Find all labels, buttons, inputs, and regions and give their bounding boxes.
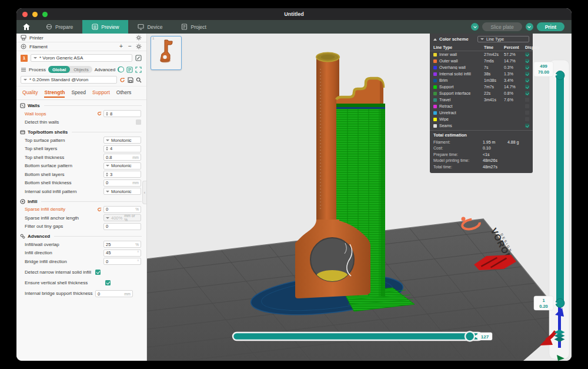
shells-icon	[20, 129, 25, 135]
detect-narrow-solid-infill-checkbox[interactable]	[95, 270, 101, 275]
tab-device[interactable]: Device	[128, 20, 172, 34]
filament-index-badge[interactable]: 1	[21, 55, 28, 62]
scope-global-button[interactable]: Global	[48, 66, 70, 73]
spinner-arrows[interactable]	[106, 112, 108, 116]
layer-range-slider[interactable]	[556, 71, 564, 308]
bottom-layer-height: 0.20	[539, 304, 548, 309]
display-checkbox[interactable]	[525, 78, 529, 82]
display-checkbox[interactable]	[525, 52, 529, 56]
ensure-vertical-shell-thickness-checkbox[interactable]	[105, 280, 111, 285]
filament-icon	[21, 44, 26, 49]
wall-loops-input[interactable]: 8	[103, 110, 141, 117]
bottom-shell-layers-input[interactable]: 3	[103, 171, 141, 178]
tab-speed[interactable]: Speed	[71, 89, 86, 98]
display-checkbox[interactable]	[525, 59, 529, 63]
top-layer-number: 499	[540, 64, 547, 69]
display-checkbox[interactable]	[525, 72, 529, 76]
display-checkbox[interactable]	[525, 91, 529, 95]
display-checkbox[interactable]	[525, 111, 529, 115]
search-preset-icon[interactable]	[136, 77, 142, 83]
display-checkbox[interactable]	[525, 124, 529, 128]
infill-wall-overlap-value: 25	[106, 242, 111, 247]
sidebar-collapse-handle[interactable]: ‹	[142, 181, 146, 204]
slice-options-button[interactable]	[471, 23, 479, 31]
top-surface-pattern-value: Monotonic	[111, 138, 132, 143]
top-shell-thickness-value: 0.8	[106, 155, 112, 160]
process-preset-select[interactable]: * 0.20mm Standard @Voron	[21, 76, 117, 84]
bridge-infill-direction-input[interactable]: 0°	[103, 258, 141, 265]
home-button[interactable]	[16, 20, 36, 34]
segment-slider[interactable]: 127	[233, 332, 492, 341]
top-shell-layers-input[interactable]: 4	[103, 145, 141, 152]
spinner-arrows[interactable]	[106, 147, 108, 151]
layers-icon	[554, 330, 565, 342]
display-checkbox[interactable]	[525, 98, 529, 102]
viewport-3d[interactable]: VORON DESIGN	[147, 34, 572, 361]
filament-select[interactable]: * Voron Generic ASA	[31, 54, 132, 62]
collapse-panel-icon[interactable]	[433, 38, 437, 41]
filter-tiny-gaps-input[interactable]: 0	[103, 223, 141, 230]
tab-support[interactable]: Support	[92, 89, 110, 98]
infill-icon	[20, 199, 25, 204]
plate-thumbnail[interactable]: 1	[151, 36, 182, 70]
slice-plate-button[interactable]: Slice plate	[482, 22, 522, 31]
internal-bridge-support-thickness-input[interactable]: 0mm	[95, 290, 133, 297]
tab-preview[interactable]: Preview	[82, 20, 128, 34]
filament-section-header[interactable]: Filament + −	[16, 42, 146, 51]
section-walls[interactable]: Walls	[16, 100, 146, 109]
expand-panel-icon[interactable]	[135, 67, 142, 73]
sparse-infill-anchor-length-select[interactable]: 400%mm or %	[103, 214, 141, 221]
top-shell-thickness-input[interactable]: 0.8mm	[103, 154, 141, 161]
internal-solid-infill-pattern-select[interactable]: Monotonic	[103, 188, 141, 195]
printer-section-header[interactable]: Printer	[16, 34, 146, 42]
process-label: Process	[29, 67, 46, 72]
display-checkbox[interactable]	[525, 117, 529, 121]
display-checkbox[interactable]	[525, 65, 529, 69]
segment-slider-handle[interactable]	[465, 332, 475, 341]
section-advanced[interactable]: Advanced	[16, 231, 146, 240]
print-options-button[interactable]	[526, 23, 533, 31]
plate-thumbnail-model	[151, 36, 181, 68]
parameter-list-icon[interactable]	[126, 67, 133, 73]
tab-quality[interactable]: Quality	[22, 89, 38, 98]
edit-filament-icon[interactable]	[135, 55, 142, 61]
layer-slider-top-handle[interactable]	[556, 71, 564, 80]
add-filament-button[interactable]: +	[118, 44, 124, 49]
bottom-surface-pattern-select[interactable]: Monotonic	[103, 162, 141, 169]
display-checkbox[interactable]	[525, 104, 529, 108]
printer-settings-gear-icon[interactable]	[136, 35, 142, 41]
scope-objects-button[interactable]: Objects	[70, 67, 92, 72]
tab-project[interactable]: Project	[172, 20, 215, 34]
save-preset-icon[interactable]	[128, 77, 133, 83]
color-scheme-mode-select[interactable]: Line Type	[477, 36, 529, 42]
top-surface-pattern-select[interactable]: Monotonic	[103, 137, 141, 144]
advanced-toggle[interactable]	[118, 67, 124, 72]
reset-value-icon[interactable]	[97, 111, 102, 116]
spinner-arrows[interactable]	[106, 172, 108, 177]
tab-prepare[interactable]: Prepare	[36, 20, 82, 34]
filament-settings-gear-icon[interactable]	[136, 44, 142, 49]
color-scheme-panel: Color scheme Line Type Line TypeTime Per…	[430, 34, 533, 173]
tab-others[interactable]: Others	[116, 89, 132, 98]
model-base	[295, 220, 370, 298]
total-prepare-row: Prepare time:<1s	[430, 151, 533, 158]
section-shells[interactable]: Top/bottom shells	[16, 127, 146, 136]
unit-label: %	[135, 242, 139, 247]
bottom-shell-thickness-input[interactable]: 0mm	[103, 179, 141, 187]
reset-preset-icon[interactable]	[119, 77, 125, 83]
reset-value-icon[interactable]	[97, 207, 102, 212]
unit-label: %	[135, 207, 139, 211]
detect-thin-walls-checkbox[interactable]	[136, 119, 141, 125]
home-icon	[23, 24, 30, 30]
line-type-color-chip	[433, 85, 437, 89]
device-icon	[138, 24, 144, 30]
remove-filament-button[interactable]: −	[127, 44, 133, 49]
tab-strength[interactable]: Strength	[44, 89, 65, 98]
section-infill[interactable]: Infill	[16, 196, 146, 205]
print-button[interactable]: Print	[537, 22, 564, 31]
infill-wall-overlap-input[interactable]: 25%	[103, 241, 141, 248]
display-checkbox[interactable]	[525, 85, 529, 89]
infill-direction-input[interactable]: 45°	[103, 250, 141, 257]
sparse-infill-density-input[interactable]: 0%	[103, 206, 141, 213]
legend-row: Retract	[430, 103, 533, 109]
